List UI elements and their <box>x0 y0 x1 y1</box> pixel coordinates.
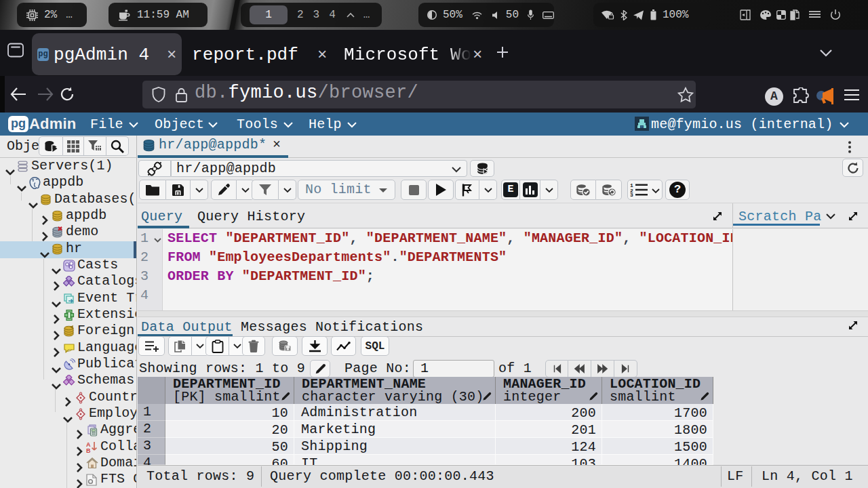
svg-text:B: B <box>86 447 91 453</box>
svg-text:3: 3 <box>630 192 633 197</box>
